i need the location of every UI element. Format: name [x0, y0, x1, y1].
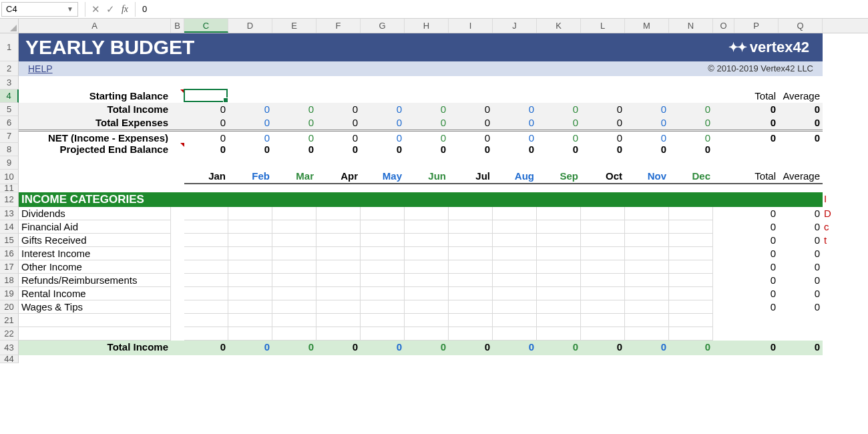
cell[interactable] — [361, 274, 405, 287]
column-header-D[interactable]: D — [228, 19, 272, 33]
column-header-I[interactable]: I — [449, 19, 493, 33]
column-header-E[interactable]: E — [272, 19, 316, 33]
income-item[interactable] — [19, 327, 171, 341]
cell[interactable] — [625, 274, 669, 287]
cell[interactable] — [823, 103, 840, 116]
cell[interactable]: 0 — [734, 116, 779, 130]
column-header-M[interactable]: M — [625, 19, 669, 33]
cell[interactable] — [228, 300, 272, 314]
cell[interactable] — [228, 327, 272, 341]
cell[interactable] — [537, 207, 581, 220]
cell[interactable] — [184, 260, 228, 274]
row-header-18[interactable]: 18 — [0, 274, 19, 287]
cell[interactable] — [272, 220, 316, 234]
cell[interactable] — [625, 220, 669, 234]
cell[interactable] — [823, 274, 840, 287]
cell[interactable]: 0 — [669, 341, 713, 355]
cell[interactable] — [823, 61, 840, 76]
row-header-12[interactable]: 12 — [0, 192, 19, 207]
cell[interactable] — [669, 89, 713, 103]
cell[interactable]: 0 — [734, 341, 779, 355]
cell[interactable]: 0 — [316, 130, 361, 143]
cell[interactable] — [171, 130, 184, 143]
cell[interactable]: 0 — [361, 103, 405, 116]
cell[interactable]: 0 — [272, 143, 316, 156]
row-header-16[interactable]: 16 — [0, 247, 19, 260]
cell[interactable]: 0 — [734, 234, 779, 247]
cell[interactable] — [405, 287, 449, 300]
cell[interactable] — [171, 89, 184, 103]
cell[interactable]: 0 — [361, 143, 405, 156]
cell[interactable] — [669, 247, 713, 260]
cell[interactable]: 0 — [625, 130, 669, 143]
cell[interactable]: 0 — [669, 116, 713, 130]
cell[interactable]: 0 — [184, 116, 228, 130]
cell[interactable] — [581, 89, 625, 103]
column-header-B[interactable]: B — [171, 19, 184, 33]
cell[interactable] — [537, 300, 581, 314]
cell[interactable] — [272, 287, 316, 300]
cell[interactable] — [449, 300, 493, 314]
cell[interactable] — [316, 274, 361, 287]
cell[interactable] — [449, 287, 493, 300]
cell[interactable] — [581, 300, 625, 314]
cell[interactable]: 0 — [493, 116, 537, 130]
column-header-L[interactable]: L — [581, 19, 625, 33]
cell[interactable] — [171, 220, 184, 234]
cell[interactable]: 0 — [779, 116, 823, 130]
row-header-13[interactable]: 13 — [0, 207, 19, 220]
column-header-A[interactable]: A — [19, 19, 171, 33]
cell[interactable]: 0 — [779, 247, 823, 260]
cell[interactable] — [316, 314, 361, 327]
cell[interactable] — [361, 220, 405, 234]
cell[interactable] — [272, 314, 316, 327]
cell[interactable]: 0 — [779, 234, 823, 247]
cell[interactable]: 0 — [272, 341, 316, 355]
cell[interactable] — [228, 274, 272, 287]
cell[interactable] — [823, 287, 840, 300]
row-header-10[interactable]: 10 — [0, 170, 19, 184]
cell[interactable] — [228, 260, 272, 274]
row-header-2[interactable]: 2 — [0, 61, 19, 76]
cell[interactable] — [493, 247, 537, 260]
cell[interactable] — [228, 287, 272, 300]
cell[interactable] — [184, 287, 228, 300]
cell[interactable]: 0 — [734, 207, 779, 220]
income-item[interactable]: Refunds/Reimbursements — [19, 274, 171, 287]
cell[interactable] — [184, 274, 228, 287]
cell[interactable] — [669, 220, 713, 234]
cell[interactable] — [823, 327, 840, 341]
cell[interactable]: 0 — [625, 103, 669, 116]
formula-input[interactable] — [138, 2, 868, 17]
cell[interactable] — [228, 207, 272, 220]
cell[interactable]: 0 — [779, 274, 823, 287]
cell[interactable] — [171, 260, 184, 274]
cell[interactable] — [228, 220, 272, 234]
cell[interactable] — [361, 89, 405, 103]
cell[interactable]: 0 — [779, 287, 823, 300]
cell[interactable] — [228, 89, 272, 103]
row-header-17[interactable]: 17 — [0, 260, 19, 274]
cell[interactable]: 0 — [734, 274, 779, 287]
cell[interactable] — [823, 89, 840, 103]
income-item[interactable]: Interest Income — [19, 247, 171, 260]
cell[interactable] — [405, 220, 449, 234]
accept-formula-icon[interactable]: ✓ — [103, 2, 118, 17]
cell[interactable] — [272, 260, 316, 274]
cell[interactable] — [823, 300, 840, 314]
cell[interactable] — [713, 207, 734, 220]
cell[interactable] — [493, 300, 537, 314]
cell[interactable] — [171, 300, 184, 314]
cell[interactable] — [171, 116, 184, 130]
cell[interactable] — [184, 220, 228, 234]
cell[interactable]: 0 — [581, 130, 625, 143]
cell[interactable] — [316, 220, 361, 234]
income-item[interactable]: Financial Aid — [19, 220, 171, 234]
cell[interactable] — [581, 287, 625, 300]
column-header-O[interactable]: O — [713, 19, 734, 33]
cell[interactable] — [713, 170, 734, 184]
cell[interactable] — [713, 130, 734, 143]
cell[interactable] — [272, 234, 316, 247]
cell[interactable] — [581, 207, 625, 220]
cell[interactable] — [171, 207, 184, 220]
